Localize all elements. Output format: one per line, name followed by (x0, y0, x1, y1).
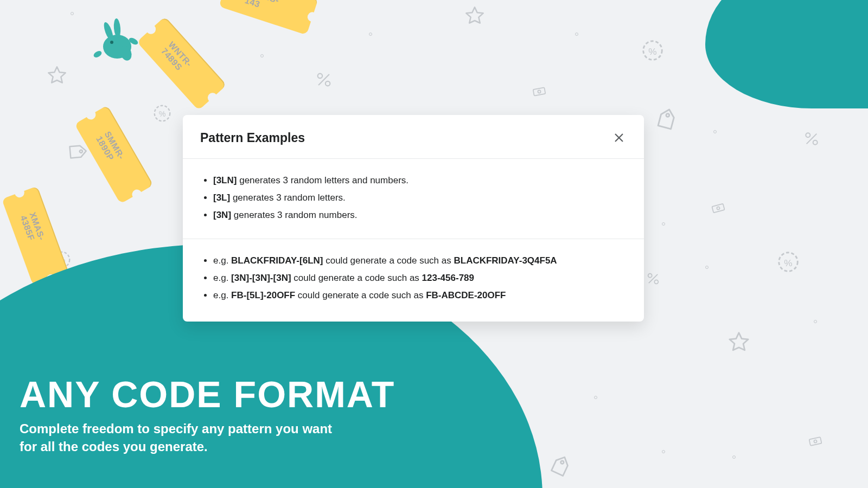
money-icon (802, 432, 829, 452)
example-item: e.g. BLACKFRIDAY-[6LN] could generate a … (213, 254, 622, 267)
dot-icon (71, 12, 74, 15)
example-item: e.g. [3N]-[3N]-[3N] could generate a cod… (213, 272, 622, 285)
background-blob-top-right (705, 0, 868, 108)
dot-icon (705, 266, 709, 269)
hero-subtitle: Complete freedom to specify any pattern … (20, 420, 395, 455)
percent-badge-icon (640, 38, 665, 63)
card-header: Pattern Examples (183, 115, 644, 159)
dot-icon (713, 130, 717, 133)
ticket-code: WNTR-7489S (159, 40, 205, 87)
dot-icon (732, 455, 736, 459)
close-icon (613, 132, 625, 144)
money-icon (525, 82, 553, 101)
close-button[interactable] (611, 130, 627, 145)
pattern-item: [3LN] generates 3 random letters and num… (213, 174, 622, 187)
star-icon (727, 331, 751, 355)
dot-icon (575, 33, 578, 36)
star-icon (464, 5, 486, 27)
percent-icon (803, 130, 820, 147)
hero-title: ANY CODE FORMAT (20, 375, 395, 414)
pattern-examples-section: e.g. BLACKFRIDAY-[6LN] could generate a … (183, 239, 644, 321)
ticket: WNTR-7489S (137, 16, 227, 110)
svg-point-12 (110, 41, 113, 44)
dot-icon (662, 222, 665, 226)
pattern-item: [3N] generates 3 random numbers. (213, 209, 622, 222)
tag-icon (649, 104, 684, 138)
dot-icon (594, 396, 597, 399)
pattern-tokens-section: [3LN] generates 3 random letters and num… (183, 159, 644, 239)
dot-icon (662, 450, 665, 453)
svg-point-13 (93, 50, 103, 59)
ticket: VLTNS-143 (219, 0, 318, 35)
percent-badge-icon (152, 103, 173, 124)
card-title: Pattern Examples (200, 131, 305, 145)
pattern-examples-card: Pattern Examples [3LN] generates 3 rando… (183, 115, 644, 322)
dot-icon (814, 320, 817, 323)
percent-icon (315, 70, 333, 89)
ticket-code: XMAS-4385F (18, 211, 53, 261)
ticket-code: SMMR-1890P (94, 130, 134, 179)
tag-icon (545, 452, 575, 483)
dot-icon (260, 54, 264, 57)
money-icon (704, 197, 733, 219)
dot-icon (369, 33, 372, 36)
ticket: XMAS-4385F (2, 186, 69, 286)
pattern-item: [3L] generates 3 random letters. (213, 191, 622, 204)
star-icon (46, 65, 68, 87)
hero-text: ANY CODE FORMAT Complete freedom to spec… (20, 375, 395, 455)
example-item: e.g. FB-[5L]-20OFF could generate a code… (213, 289, 622, 302)
percent-badge-icon (776, 249, 801, 274)
rabbit-mascot-icon (87, 16, 141, 70)
ticket-code: VLTNS-143 (244, 0, 293, 19)
percent-icon (646, 271, 661, 286)
